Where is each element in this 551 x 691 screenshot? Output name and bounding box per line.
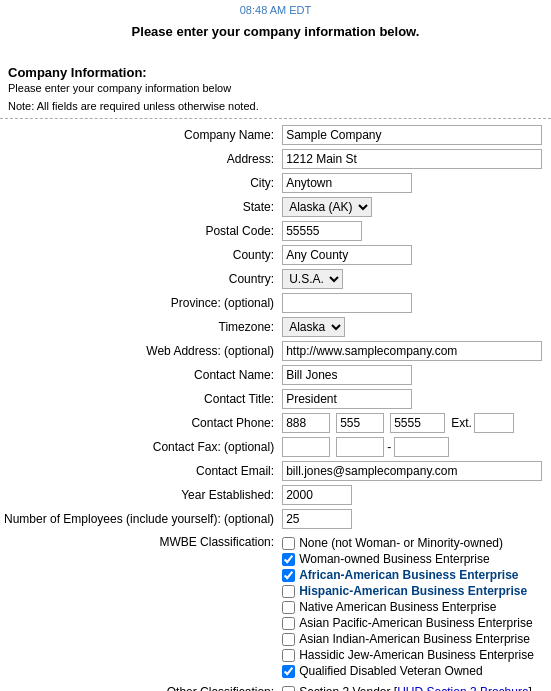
timezone-label: Timezone: [0, 315, 278, 339]
mwbe-woman-checkbox[interactable] [282, 553, 295, 566]
mwbe-hispanic-checkbox[interactable] [282, 585, 295, 598]
mwbe-native-checkbox[interactable] [282, 601, 295, 614]
web-address-label: Web Address: (optional) [0, 339, 278, 363]
mwbe-disabled-veteran-label: Qualified Disabled Veteran Owned [299, 664, 482, 678]
other-classification-row: Section 3 Vendor [HUD Section 3 Brochure… [282, 685, 547, 691]
mwbe-african-label: African-American Business Enterprise [299, 568, 518, 582]
city-label: City: [0, 171, 278, 195]
mwbe-disabled-veteran-checkbox[interactable] [282, 665, 295, 678]
contact-title-label: Contact Title: [0, 387, 278, 411]
company-name-input[interactable] [282, 125, 542, 145]
mwbe-woman-label: Woman-owned Business Enterprise [299, 552, 490, 566]
num-employees-label: Number of Employees (include yourself): … [0, 507, 278, 531]
contact-fax-label: Contact Fax: (optional) [0, 435, 278, 459]
list-item: None (not Woman- or Minority-owned) [282, 535, 547, 551]
hud-brochure-link[interactable]: HUD Section 3 Brochure [397, 685, 528, 691]
state-label: State: [0, 195, 278, 219]
company-form: Company Name: Address: City: State: Alas… [0, 123, 551, 691]
list-item: African-American Business Enterprise [282, 567, 547, 583]
section3-suffix: ] [529, 685, 532, 691]
contact-phone-ext-input[interactable] [474, 413, 514, 433]
mwbe-hassidic-checkbox[interactable] [282, 649, 295, 662]
postal-code-label: Postal Code: [0, 219, 278, 243]
section3-checkbox[interactable] [282, 686, 295, 692]
contact-phone-2-input[interactable] [336, 413, 384, 433]
list-item: Woman-owned Business Enterprise [282, 551, 547, 567]
timezone-select[interactable]: Alaska [282, 317, 345, 337]
contact-name-input[interactable] [282, 365, 412, 385]
contact-phone-label: Contact Phone: [0, 411, 278, 435]
mwbe-asian-pacific-checkbox[interactable] [282, 617, 295, 630]
mwbe-none-checkbox[interactable] [282, 537, 295, 550]
web-address-input[interactable] [282, 341, 542, 361]
contact-phone-1-input[interactable] [282, 413, 330, 433]
contact-email-label: Contact Email: [0, 459, 278, 483]
contact-fax-2-input[interactable] [336, 437, 384, 457]
list-item: Native American Business Enterprise [282, 599, 547, 615]
section3-label: Section 3 Vendor [HUD Section 3 Brochure… [299, 685, 532, 691]
fax-dash-2: - [386, 440, 392, 454]
contact-fax-1-input[interactable] [282, 437, 330, 457]
mwbe-asian-pacific-label: Asian Pacific-American Business Enterpri… [299, 616, 532, 630]
section-subtitle: Please enter your company information be… [0, 82, 551, 98]
mwbe-hispanic-label: Hispanic-American Business Enterprise [299, 584, 527, 598]
address-label: Address: [0, 147, 278, 171]
contact-email-input[interactable] [282, 461, 542, 481]
num-employees-input[interactable] [282, 509, 352, 529]
mwbe-options: None (not Woman- or Minority-owned) Woma… [282, 533, 547, 681]
address-input[interactable] [282, 149, 542, 169]
ext-label: Ext. [451, 416, 472, 430]
postal-code-input[interactable] [282, 221, 362, 241]
list-item: Asian Pacific-American Business Enterpri… [282, 615, 547, 631]
county-input[interactable] [282, 245, 412, 265]
year-established-label: Year Established: [0, 483, 278, 507]
province-input[interactable] [282, 293, 412, 313]
company-name-label: Company Name: [0, 123, 278, 147]
mwbe-african-checkbox[interactable] [282, 569, 295, 582]
mwbe-asian-indian-label: Asian Indian-American Business Enterpris… [299, 632, 530, 646]
note-text: Note: All fields are required unless oth… [0, 98, 551, 119]
contact-phone-3-input[interactable] [390, 413, 445, 433]
state-select[interactable]: Alaska (AK) [282, 197, 372, 217]
section-title: Company Information: [0, 63, 551, 82]
mwbe-none-label: None (not Woman- or Minority-owned) [299, 536, 503, 550]
list-item: Qualified Disabled Veteran Owned [282, 663, 547, 679]
country-select[interactable]: U.S.A. [282, 269, 343, 289]
list-item: Asian Indian-American Business Enterpris… [282, 631, 547, 647]
contact-title-input[interactable] [282, 389, 412, 409]
section3-text: Section 3 Vendor [ [299, 685, 397, 691]
list-item: Hispanic-American Business Enterprise [282, 583, 547, 599]
year-established-input[interactable] [282, 485, 352, 505]
contact-name-label: Contact Name: [0, 363, 278, 387]
mwbe-asian-indian-checkbox[interactable] [282, 633, 295, 646]
list-item: Hassidic Jew-American Business Enterpris… [282, 647, 547, 663]
mwbe-label: MWBE Classification: [0, 531, 278, 683]
city-input[interactable] [282, 173, 412, 193]
province-label: Province: (optional) [0, 291, 278, 315]
country-label: Country: [0, 267, 278, 291]
mwbe-hassidic-label: Hassidic Jew-American Business Enterpris… [299, 648, 534, 662]
contact-fax-3-input[interactable] [394, 437, 449, 457]
other-classification-label: Other Classification: [0, 683, 278, 691]
page-title: Please enter your company information be… [0, 18, 551, 43]
county-label: County: [0, 243, 278, 267]
mwbe-native-label: Native American Business Enterprise [299, 600, 496, 614]
time-display: 08:48 AM EDT [0, 0, 551, 18]
